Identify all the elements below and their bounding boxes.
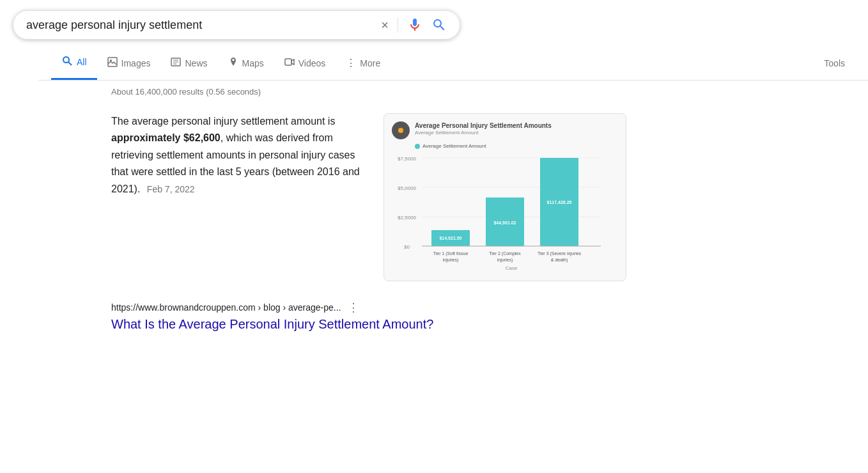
all-icon — [61, 55, 73, 69]
snippet-text-block: The average personal injury settlement a… — [111, 113, 364, 281]
featured-snippet: The average personal injury settlement a… — [111, 113, 626, 281]
bar-chart-svg: $7,5000 $5,0000 $2,5000 $0 $14,921.50 Ti… — [396, 151, 614, 273]
legend-label: Average Settlement Amount — [422, 143, 486, 149]
svg-text:$0: $0 — [404, 244, 410, 250]
chart-logo — [392, 121, 410, 139]
svg-text:Tier 2 (Complex: Tier 2 (Complex — [489, 251, 521, 256]
tab-maps-label: Maps — [242, 58, 264, 68]
tab-images-label: Images — [121, 58, 151, 68]
tools-button[interactable]: Tools — [814, 49, 855, 77]
nav-tabs: All Images News Maps Videos ⋮ More Tools — [38, 46, 868, 81]
tab-news-label: News — [185, 58, 207, 68]
svg-line-1 — [68, 62, 72, 65]
snippet-text-before: The average personal injury settlement a… — [111, 116, 335, 127]
svg-text:$5,0000: $5,0000 — [398, 185, 416, 191]
divider — [398, 17, 398, 33]
tab-more-label: More — [360, 58, 380, 68]
results-count: About 16,400,000 results (0.56 seconds) — [0, 81, 868, 100]
chart-title: Average Personal Injury Settlement Amoun… — [415, 121, 552, 130]
svg-text:$7,5000: $7,5000 — [398, 156, 416, 162]
chart-container: Average Personal Injury Settlement Amoun… — [384, 113, 626, 281]
search-icons: × — [381, 17, 447, 33]
tab-maps[interactable]: Maps — [218, 48, 274, 79]
svg-text:& death): & death) — [551, 258, 568, 263]
svg-rect-8 — [285, 59, 291, 65]
svg-point-0 — [63, 57, 69, 63]
chart-title-row: Average Personal Injury Settlement Amoun… — [392, 121, 618, 139]
svg-text:$44,901.02: $44,901.02 — [493, 221, 516, 226]
clear-icon[interactable]: × — [381, 18, 389, 33]
chart-subtitle: Average Settlement Amount — [415, 130, 552, 136]
search-icon[interactable] — [431, 17, 447, 33]
images-icon — [107, 57, 118, 70]
result-url-text: https://www.brownandcrouppen.com › blog … — [111, 302, 341, 313]
svg-text:$2,5000: $2,5000 — [398, 215, 416, 221]
svg-point-10 — [398, 128, 403, 133]
tab-videos-label: Videos — [298, 58, 326, 68]
svg-text:Tier 1 (Soft tissue: Tier 1 (Soft tissue — [433, 251, 469, 256]
svg-text:injuries): injuries) — [497, 258, 513, 263]
snippet-text-bold: approximately $62,600 — [111, 132, 221, 143]
tab-videos[interactable]: Videos — [274, 48, 336, 79]
tab-all-label: All — [77, 57, 87, 67]
tab-more[interactable]: ⋮ More — [336, 48, 391, 78]
search-bar: average personal injury settlement × — [13, 10, 460, 40]
result-link-section: https://www.brownandcrouppen.com › blog … — [111, 300, 626, 332]
svg-text:$14,921.50: $14,921.50 — [439, 236, 461, 241]
tab-images[interactable]: Images — [97, 48, 161, 79]
main-content: The average personal injury settlement a… — [0, 100, 639, 338]
chart-legend: Average Settlement Amount — [415, 143, 486, 149]
result-title-link[interactable]: What Is the Average Personal Injury Sett… — [111, 317, 433, 331]
news-icon — [171, 57, 181, 70]
search-bar-container: average personal injury settlement × — [0, 0, 868, 46]
tab-all[interactable]: All — [51, 46, 97, 80]
result-url-row: https://www.brownandcrouppen.com › blog … — [111, 300, 626, 314]
mic-icon[interactable] — [407, 17, 422, 33]
tab-news[interactable]: News — [160, 48, 217, 79]
svg-text:Tier 3 (Severe injuries: Tier 3 (Severe injuries — [538, 251, 582, 256]
legend-dot — [415, 144, 420, 149]
maps-icon — [228, 57, 238, 70]
svg-text:Case: Case — [506, 265, 518, 271]
svg-text:$117,428.26: $117,428.26 — [547, 200, 572, 205]
chart-title-group: Average Personal Injury Settlement Amoun… — [415, 121, 552, 136]
svg-text:injuries): injuries) — [443, 258, 459, 263]
videos-icon — [284, 57, 295, 70]
snippet-date: Feb 7, 2022 — [147, 184, 195, 194]
search-input[interactable]: average personal injury settlement — [26, 19, 375, 32]
more-icon: ⋮ — [346, 57, 356, 69]
result-options-icon[interactable]: ⋮ — [348, 300, 359, 314]
